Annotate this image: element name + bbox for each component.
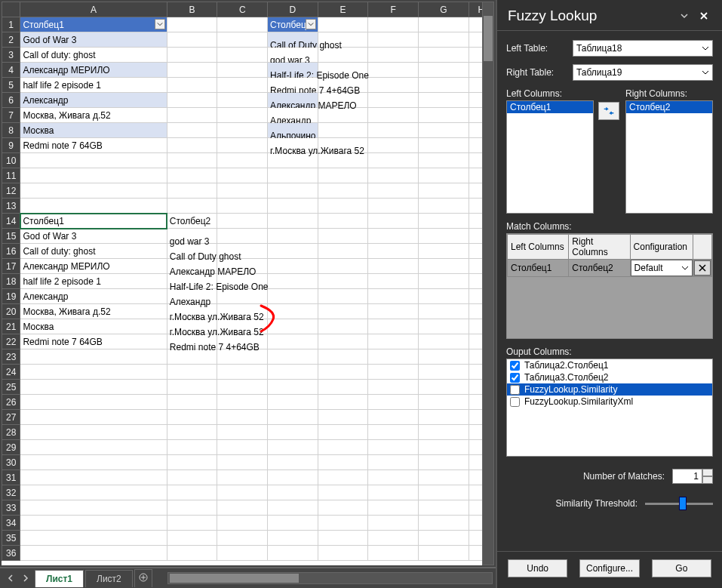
match-cell-left[interactable]: Столбец1	[508, 260, 569, 277]
cell[interactable]	[217, 78, 268, 93]
cell[interactable]	[419, 516, 469, 531]
cell[interactable]	[20, 199, 167, 214]
cell[interactable]	[368, 108, 419, 123]
cell[interactable]	[217, 500, 268, 516]
cell[interactable]	[167, 48, 217, 63]
cell[interactable]	[217, 365, 268, 380]
cell[interactable]	[368, 485, 419, 500]
cell[interactable]	[419, 289, 469, 304]
cell[interactable]	[419, 168, 469, 183]
output-column-item[interactable]: FuzzyLookup.Similarity	[507, 383, 712, 396]
cell[interactable]	[318, 259, 368, 274]
cell[interactable]	[368, 123, 419, 138]
cell[interactable]: г.Москва ул.Живага 52	[167, 319, 217, 334]
cell[interactable]	[318, 365, 368, 380]
cell[interactable]	[318, 546, 368, 561]
cell[interactable]	[268, 440, 318, 455]
go-button[interactable]: Go	[652, 559, 711, 577]
cell[interactable]	[167, 500, 217, 516]
cell[interactable]	[318, 440, 368, 455]
cell[interactable]: Call of Duty ghost	[268, 32, 318, 48]
cell[interactable]	[368, 48, 419, 63]
cell[interactable]	[217, 123, 268, 138]
cell[interactable]	[419, 410, 469, 425]
cell[interactable]	[318, 410, 368, 425]
row-header[interactable]: 11	[2, 168, 20, 183]
cell[interactable]	[368, 334, 419, 349]
row-header[interactable]: 24	[2, 365, 20, 380]
cell[interactable]	[217, 48, 268, 63]
cell[interactable]: г.Москва ул.Живага 52	[167, 304, 217, 319]
cell[interactable]	[268, 395, 318, 410]
cell[interactable]	[318, 183, 368, 199]
row-header[interactable]: 31	[2, 470, 20, 485]
cell[interactable]	[419, 153, 469, 168]
cell[interactable]: Александр МЕРИЛО	[20, 63, 167, 78]
cell[interactable]	[217, 546, 268, 561]
tab-nav-prev[interactable]	[3, 571, 18, 585]
vertical-scrollbar[interactable]	[482, 2, 494, 565]
row-header[interactable]: 12	[2, 183, 20, 199]
similarity-slider[interactable]	[645, 496, 713, 511]
row-header[interactable]: 18	[2, 274, 20, 289]
cell[interactable]: Москва, Живага д.52	[20, 304, 167, 319]
sheet-table[interactable]: A B C D E F G H 1Столбец1Столбец22God of…	[2, 2, 494, 561]
left-table-combo[interactable]: Таблица18	[573, 40, 713, 57]
cell[interactable]	[167, 395, 217, 410]
tab-nav-next[interactable]	[18, 571, 33, 585]
cell[interactable]	[268, 214, 318, 229]
cell[interactable]	[217, 380, 268, 395]
cell[interactable]	[20, 485, 167, 500]
cell[interactable]	[419, 500, 469, 516]
cell[interactable]	[368, 440, 419, 455]
cell[interactable]	[419, 485, 469, 500]
cell[interactable]	[368, 78, 419, 93]
cell[interactable]: Redmi note 7 4+64GB	[167, 334, 217, 349]
row-header[interactable]: 1	[2, 17, 20, 32]
cell[interactable]	[20, 440, 167, 455]
row-header[interactable]: 17	[2, 259, 20, 274]
cell[interactable]: Half-Life 2: Episode One	[167, 274, 217, 289]
cell[interactable]	[217, 93, 268, 108]
cell[interactable]: Москва	[20, 319, 167, 334]
cell[interactable]	[167, 546, 217, 561]
output-checkbox[interactable]	[510, 361, 520, 371]
row-header[interactable]: 21	[2, 319, 20, 334]
cell[interactable]	[318, 334, 368, 349]
cell[interactable]	[368, 274, 419, 289]
cell[interactable]	[368, 546, 419, 561]
cell[interactable]	[217, 138, 268, 153]
cell[interactable]	[419, 546, 469, 561]
cell[interactable]	[167, 440, 217, 455]
cell[interactable]	[217, 516, 268, 531]
row-header[interactable]: 35	[2, 531, 20, 546]
cell[interactable]	[368, 349, 419, 365]
row-header[interactable]: 34	[2, 516, 20, 531]
cell[interactable]	[318, 199, 368, 214]
cell[interactable]: god war 3	[167, 229, 217, 244]
cell[interactable]	[20, 168, 167, 183]
cell[interactable]: Александр МЕРИЛО	[20, 259, 167, 274]
cell[interactable]	[167, 183, 217, 199]
cell[interactable]	[20, 395, 167, 410]
row-header[interactable]: 28	[2, 425, 20, 440]
cell[interactable]	[268, 244, 318, 259]
cell[interactable]	[20, 470, 167, 485]
cell[interactable]	[268, 531, 318, 546]
output-column-item[interactable]: Таблица2.Столбец1	[507, 359, 712, 371]
col-header-E[interactable]: E	[318, 2, 368, 17]
col-header-B[interactable]: B	[167, 2, 217, 17]
cell[interactable]: Москва	[20, 123, 167, 138]
cell[interactable]	[368, 425, 419, 440]
cell[interactable]	[167, 365, 217, 380]
cell[interactable]	[167, 63, 217, 78]
cell[interactable]: Call of Duty ghost	[167, 244, 217, 259]
cell[interactable]	[20, 425, 167, 440]
cell[interactable]	[268, 349, 318, 365]
cell[interactable]: Redmi note 7 64GB	[20, 334, 167, 349]
cell[interactable]	[217, 153, 268, 168]
cell[interactable]	[368, 153, 419, 168]
filter-dropdown-icon[interactable]	[306, 19, 316, 29]
cell[interactable]	[167, 153, 217, 168]
cell[interactable]	[318, 214, 368, 229]
